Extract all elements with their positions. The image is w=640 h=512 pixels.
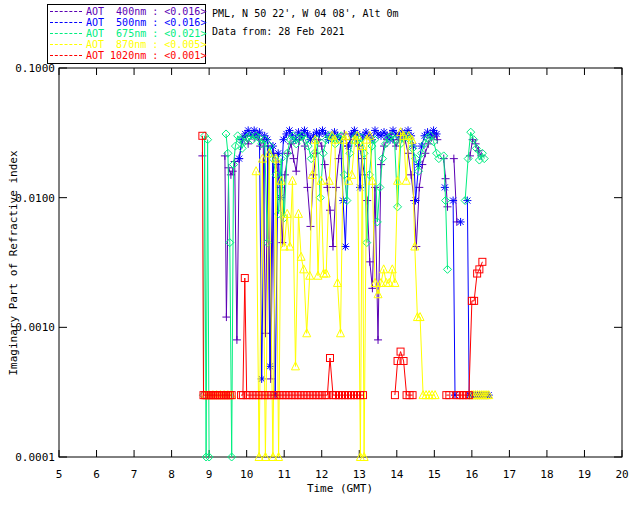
chart-svg: 5678910111213141516171819200.10000.01000… xyxy=(0,0,640,512)
x-tick-label: 16 xyxy=(465,468,478,481)
legend-item-aot-870nm: AOT 870nm : <0.005> xyxy=(50,39,205,50)
x-tick-label: 18 xyxy=(540,468,553,481)
x-axis-label: Time (GMT) xyxy=(307,482,373,495)
x-tick-label: 17 xyxy=(503,468,516,481)
x-tick-label: 13 xyxy=(353,468,366,481)
legend-label: AOT 400nm : <0.016> xyxy=(86,6,206,17)
legend-line-sample xyxy=(50,11,82,12)
data-date: Data from: 28 Feb 2021 xyxy=(212,23,399,41)
x-tick-label: 14 xyxy=(390,468,404,481)
y-tick-label: 0.0100 xyxy=(15,192,55,205)
legend-item-aot-400nm: AOT 400nm : <0.016> xyxy=(50,6,205,17)
legend-label: AOT 870nm : <0.005> xyxy=(86,39,206,50)
x-tick-label: 10 xyxy=(240,468,253,481)
x-tick-label: 15 xyxy=(428,468,441,481)
legend-line-sample xyxy=(50,55,82,56)
data-series xyxy=(198,126,492,461)
plot-header: PML, N 50 22', W 04 08', Alt 0m Data fro… xyxy=(212,5,399,41)
y-axis-label: Imaginary Part of Refractive index xyxy=(7,150,20,376)
legend-item-aot-500nm: AOT 500nm : <0.016> xyxy=(50,17,205,28)
x-tick-label: 8 xyxy=(168,468,175,481)
station-info: PML, N 50 22', W 04 08', Alt 0m xyxy=(212,5,399,23)
x-tick-label: 7 xyxy=(131,468,138,481)
x-tick-label: 6 xyxy=(93,468,100,481)
legend-item-aot-675nm: AOT 675nm : <0.021> xyxy=(50,28,205,39)
y-tick-label: 0.0010 xyxy=(15,321,55,334)
legend-line-sample xyxy=(50,44,82,45)
x-tick-label: 12 xyxy=(315,468,328,481)
x-tick-label: 5 xyxy=(56,468,63,481)
legend-label: AOT 675nm : <0.021> xyxy=(86,28,206,39)
legend-item-aot-1020nm: AOT 1020nm : <0.001> xyxy=(50,50,205,61)
legend-line-sample xyxy=(50,33,82,34)
legend-label: AOT 1020nm : <0.001> xyxy=(86,50,206,61)
legend-label: AOT 500nm : <0.016> xyxy=(86,17,206,28)
aeronet-refractive-index-plot: 5678910111213141516171819200.10000.01000… xyxy=(0,0,640,512)
x-tick-label: 11 xyxy=(278,468,291,481)
series-aot-675nm xyxy=(200,128,489,461)
x-tick-label: 19 xyxy=(578,468,591,481)
legend-line-sample xyxy=(50,22,82,23)
x-tick-label: 9 xyxy=(206,468,213,481)
y-tick-label: 0.0001 xyxy=(15,451,55,464)
legend-box: AOT 400nm : <0.016>AOT 500nm : <0.016>AO… xyxy=(47,4,206,64)
x-tick-label: 20 xyxy=(615,468,628,481)
